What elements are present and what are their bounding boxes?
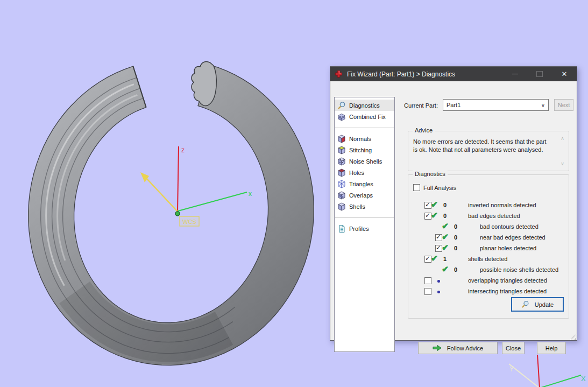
wcs-y-arrowhead xyxy=(140,172,149,182)
next-button[interactable]: Next xyxy=(554,99,573,111)
magnifier-icon xyxy=(521,300,529,308)
cube-stitch-icon xyxy=(337,146,346,154)
update-button-label: Update xyxy=(535,301,554,308)
maximize-button[interactable] xyxy=(527,67,552,81)
sidebar-item-label: Overlaps xyxy=(349,192,373,199)
advice-scrollbar[interactable]: ∧ ∨ xyxy=(558,136,566,166)
advice-text: No more errors are detected. It seems th… xyxy=(413,138,552,154)
sidebar-item-normals[interactable]: Normals xyxy=(335,133,394,144)
diagnostic-label: overlapping triangles detected xyxy=(468,277,547,284)
dialog-title: Fix Wizard (Part: Part1) > Diagnostics xyxy=(347,71,455,78)
sidebar-item-label: Holes xyxy=(349,170,364,176)
chevron-down-icon: ∨ xyxy=(541,102,545,108)
minimize-button[interactable] xyxy=(502,67,527,81)
full-analysis-checkbox[interactable]: ✓ xyxy=(413,184,420,191)
cube-icon xyxy=(337,202,346,211)
sidebar-item-label: Combined Fix xyxy=(349,114,386,120)
sidebar-item-shells[interactable]: Shells xyxy=(335,201,394,212)
diagnostic-row: ✓ ✔ 1 shells detected xyxy=(408,254,569,265)
sidebar-item-profiles[interactable]: Profiles xyxy=(335,223,394,234)
current-part-dropdown[interactable]: Part1 ∨ xyxy=(443,99,549,111)
fix-wizard-icon xyxy=(335,70,343,78)
advice-legend: Advice xyxy=(413,127,435,133)
diagnostic-label: possible noise shells detected xyxy=(480,266,558,273)
diagnostic-checkbox[interactable]: ✓ xyxy=(424,288,431,295)
open-ring-3d-model[interactable] xyxy=(29,61,314,365)
diagnostic-row: ✓ ✔ 0 inverted normals detected xyxy=(408,200,569,211)
follow-advice-button[interactable]: Follow Advice xyxy=(418,342,498,354)
check-ok-icon: ✔ xyxy=(442,243,449,252)
diagnostic-row: ✓ ✔ 0 planar holes detected xyxy=(408,243,569,254)
diagnostic-label: shells detected xyxy=(468,256,507,262)
scroll-down-icon[interactable]: ∨ xyxy=(561,161,564,166)
wcs-x-label: x xyxy=(249,190,252,198)
sidebar-item-label: Noise Shells xyxy=(349,158,382,165)
diagnostic-count: 0 xyxy=(454,234,457,241)
diagnostic-row: ✓ intersecting triangles detected xyxy=(408,286,569,297)
sidebar-item-label: Profiles xyxy=(349,226,369,232)
diagnostic-label: inverted normals detected xyxy=(468,202,536,208)
help-button[interactable]: Help xyxy=(537,342,566,354)
bullet-dot-icon xyxy=(437,280,440,283)
fix-wizard-sidebar: Diagnostics Combined Fix Normals xyxy=(334,97,395,352)
close-button[interactable]: ✕ xyxy=(552,67,577,81)
scroll-up-icon[interactable]: ∧ xyxy=(561,136,564,141)
diagnostic-count: 1 xyxy=(443,256,447,262)
close-icon: ✕ xyxy=(562,71,568,78)
current-part-label: Current Part: xyxy=(404,102,438,109)
sidebar-item-overlaps[interactable]: Overlaps xyxy=(335,189,394,201)
wcs-z-label: z xyxy=(181,146,185,154)
diagnostic-label: near bad edges detected xyxy=(480,234,546,241)
dialog-titlebar[interactable]: Fix Wizard (Part: Part1) > Diagnostics ✕ xyxy=(330,67,577,81)
diagnostic-row: ✔ 0 bad contours detected xyxy=(408,222,569,233)
diagnostic-label: bad contours detected xyxy=(480,223,539,230)
wcs-z-axis xyxy=(178,146,179,212)
advice-groupbox: Advice No more errors are detected. It s… xyxy=(408,131,569,171)
update-button[interactable]: Update xyxy=(511,297,564,312)
wcs-y-axis xyxy=(145,177,178,212)
cube-dots-icon xyxy=(337,157,346,166)
app-root: { "viewport": { "background_color": "#c7… xyxy=(0,0,588,387)
follow-advice-label: Follow Advice xyxy=(447,345,483,351)
sidebar-divider xyxy=(335,128,394,128)
screen-z-axis xyxy=(537,355,540,387)
screen-x-axis xyxy=(540,375,581,387)
sidebar-item-label: Diagnostics xyxy=(349,102,380,109)
diagnostic-count: 0 xyxy=(454,245,457,251)
sidebar-item-triangles[interactable]: Triangles xyxy=(335,178,394,189)
sidebar-item-combined-fix[interactable]: Combined Fix xyxy=(335,111,394,122)
close-dialog-button[interactable]: Close xyxy=(502,342,525,354)
document-icon xyxy=(337,224,346,233)
screen-y-label: Y xyxy=(509,365,514,373)
sidebar-item-label: Normals xyxy=(349,136,371,142)
cube-hole-icon xyxy=(337,168,346,177)
minimize-icon xyxy=(512,74,518,74)
diagnostics-rows: ✓ ✔ 0 inverted normals detected ✓ ✔ 0 ba… xyxy=(408,200,569,297)
cube-red-face-icon xyxy=(337,135,346,143)
diagnostic-count: 0 xyxy=(443,202,447,208)
check-ok-icon: ✔ xyxy=(442,232,449,242)
sidebar-item-noise-shells[interactable]: Noise Shells xyxy=(335,156,394,167)
diagnostic-row: ✓ ✔ 0 near bad edges detected xyxy=(408,233,569,243)
cube-overlap-icon xyxy=(337,191,346,200)
sidebar-item-label: Triangles xyxy=(349,181,373,187)
sidebar-item-holes[interactable]: Holes xyxy=(335,167,394,178)
green-arrow-icon xyxy=(433,344,442,351)
dialog-body: Diagnostics Combined Fix Normals xyxy=(330,81,577,340)
diagnostic-checkbox[interactable]: ✓ xyxy=(424,277,431,284)
resize-grip[interactable] xyxy=(569,333,576,340)
diagnostic-count: 0 xyxy=(443,213,447,219)
sidebar-divider xyxy=(335,217,394,218)
ring-end-profile xyxy=(192,61,216,105)
bullet-dot-icon xyxy=(437,291,440,293)
full-analysis-row: ✓ Full Analysis xyxy=(413,184,456,191)
sidebar-item-diagnostics[interactable]: Diagnostics xyxy=(335,100,394,111)
diagnostic-count: 0 xyxy=(454,223,457,230)
check-ok-icon: ✔ xyxy=(442,264,449,274)
diagnostic-label: bad edges detected xyxy=(468,213,520,219)
full-analysis-label: Full Analysis xyxy=(423,185,456,191)
sidebar-item-stitching[interactable]: Stitching xyxy=(335,144,394,156)
wcs-x-axis xyxy=(178,192,247,211)
sidebar-item-label: Stitching xyxy=(349,147,372,153)
screen-x-label: X xyxy=(581,375,586,383)
